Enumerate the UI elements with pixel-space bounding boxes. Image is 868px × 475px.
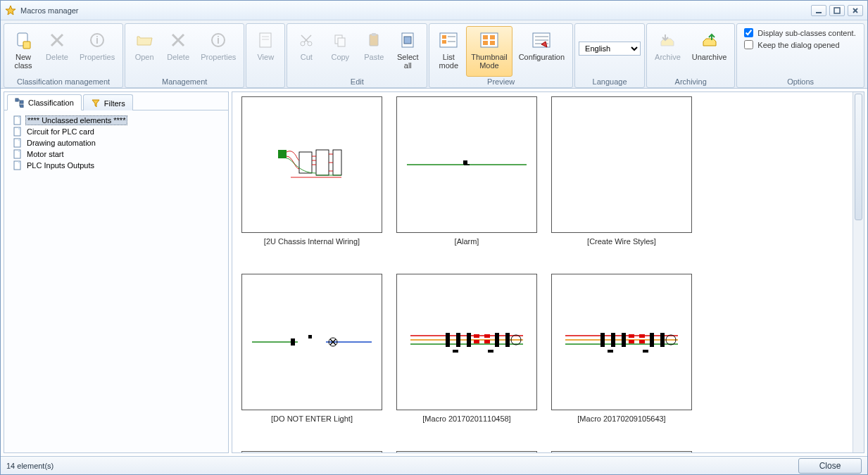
tab-filters[interactable]: Filters: [83, 94, 133, 110]
thumbnail-caption: [DO NOT ENTER Light]: [271, 414, 353, 423]
keep-dialog-opened-input[interactable]: [744, 40, 753, 49]
ribbon-group-preview: List mode Thumbnail Mode Configuration P…: [429, 23, 573, 88]
configuration-button[interactable]: Configuration: [514, 26, 570, 77]
svg-rect-75: [484, 340, 490, 343]
svg-rect-67: [446, 333, 450, 347]
copy-icon: [329, 29, 351, 51]
svg-rect-74: [484, 334, 490, 338]
thumbnail-item[interactable]: [Create Wire Styles]: [548, 96, 696, 265]
close-window-button[interactable]: [848, 5, 863, 16]
delete-macro-button: Delete: [162, 26, 194, 77]
thumbnail-mode-icon: [478, 29, 501, 51]
svg-rect-29: [442, 35, 446, 39]
svg-rect-84: [622, 333, 626, 347]
svg-rect-27: [404, 37, 411, 44]
unarchive-icon: [698, 29, 721, 51]
close-button[interactable]: Close: [798, 458, 862, 474]
list-mode-button[interactable]: List mode: [432, 26, 465, 77]
new-class-icon: [12, 29, 34, 51]
svg-rect-24: [370, 34, 378, 46]
svg-rect-69: [467, 333, 471, 347]
delete-class-button: Delete: [41, 26, 73, 77]
svg-rect-72: [474, 334, 479, 338]
ribbon-group-management: Open Delete i Properties Management: [125, 23, 244, 88]
scrollbar-handle[interactable]: [855, 94, 862, 220]
svg-rect-43: [20, 101, 23, 103]
main-area: Classification Filters **** Unclassed el…: [1, 89, 867, 456]
keep-dialog-opened-checkbox[interactable]: Keep the dialog opened: [740, 40, 861, 49]
status-text: 14 element(s): [6, 462, 54, 470]
tree-item-label: Circuit for PLC card: [25, 127, 96, 136]
svg-rect-63: [308, 335, 312, 338]
configuration-icon: [530, 29, 553, 51]
thumbnail-grid[interactable]: [2U Chassis Internal Wiring][Alarm][Crea…: [232, 92, 853, 452]
thumbnail-preview: [396, 451, 537, 452]
svg-rect-37: [490, 41, 495, 45]
svg-rect-42: [15, 99, 18, 101]
display-subclasses-checkbox[interactable]: Display sub-classes content.: [740, 28, 861, 37]
select-all-button[interactable]: Select all: [391, 26, 424, 77]
tree-item[interactable]: Motor start: [11, 148, 227, 160]
status-bar: 14 element(s) Close: [1, 456, 867, 474]
language-select[interactable]: English: [579, 42, 641, 56]
maximize-button[interactable]: [829, 5, 845, 16]
thumbnail-item[interactable]: [2U Chassis Internal Wiring]: [238, 96, 386, 265]
open-folder-icon: [133, 29, 156, 51]
document-icon: [13, 115, 23, 125]
tree-item[interactable]: Circuit for PLC card: [11, 126, 227, 137]
tree-item[interactable]: **** Unclassed elements ****: [11, 115, 227, 126]
document-icon: [13, 127, 23, 137]
copy-button: Copy: [324, 26, 356, 77]
thumbnail-preview: [396, 96, 537, 233]
document-icon: [13, 160, 23, 170]
svg-rect-85: [650, 333, 654, 347]
thumbnail-preview: [551, 96, 692, 233]
svg-rect-35: [490, 35, 495, 39]
thumbnail-caption: [Macro 20170201110458]: [422, 414, 510, 423]
thumbnail-item[interactable]: [Macro 20170209105643]: [548, 274, 696, 443]
display-subclasses-input[interactable]: [744, 28, 753, 37]
archive-icon: [656, 29, 679, 51]
minimize-button[interactable]: [811, 5, 826, 16]
thumbnail-item[interactable]: [548, 451, 696, 452]
delete-icon: [167, 29, 189, 51]
thumbnail-caption: [Alarm]: [455, 237, 479, 246]
content-area: [2U Chassis Internal Wiring][Alarm][Crea…: [232, 91, 864, 453]
thumbnail-item[interactable]: [Macro 20170201110458]: [393, 274, 541, 443]
view-icon: [254, 29, 277, 51]
cut-button: Cut: [290, 26, 322, 77]
list-mode-icon: [437, 29, 460, 51]
classification-tree[interactable]: **** Unclassed elements ****Circuit for …: [4, 110, 228, 452]
svg-rect-89: [639, 334, 645, 338]
svg-rect-73: [474, 340, 479, 343]
macro-properties-button: i Properties: [196, 26, 241, 77]
svg-rect-44: [20, 105, 23, 108]
thumbnail-item[interactable]: [DO NOT ENTER Light]: [238, 274, 386, 443]
thumbnail-item[interactable]: [393, 451, 541, 452]
thumbnail-item[interactable]: [Alarm]: [393, 96, 541, 265]
thumbnail-item[interactable]: [238, 451, 386, 452]
unarchive-button[interactable]: Unarchive: [687, 26, 732, 77]
new-class-button[interactable]: New class: [7, 26, 39, 77]
svg-rect-92: [608, 350, 613, 353]
svg-marker-0: [6, 6, 15, 15]
select-all-icon: [396, 29, 419, 51]
svg-rect-55: [463, 160, 467, 165]
tree-item[interactable]: PLC Inputs Outputs: [11, 160, 227, 171]
svg-rect-15: [260, 33, 271, 47]
thumbnail-preview: [241, 451, 382, 452]
tree-item[interactable]: Drawing automation: [11, 137, 227, 148]
ribbon-group-view: View: [246, 23, 285, 88]
vertical-scrollbar[interactable]: [853, 92, 864, 452]
svg-rect-88: [629, 340, 634, 343]
thumbnail-mode-button[interactable]: Thumbnail Mode: [466, 26, 512, 77]
tab-classification[interactable]: Classification: [7, 94, 82, 110]
info-icon: i: [86, 29, 108, 51]
paste-icon: [363, 29, 385, 51]
thumbnail-caption: [Macro 20170209105643]: [577, 414, 665, 423]
svg-rect-70: [495, 333, 499, 347]
tree-item-label: Motor start: [25, 150, 65, 158]
ribbon-group-edit: Cut Copy Paste Select all Edit: [287, 23, 427, 88]
ribbon-group-archiving: Archive Unarchive Archiving: [646, 23, 735, 88]
svg-rect-86: [660, 333, 665, 347]
